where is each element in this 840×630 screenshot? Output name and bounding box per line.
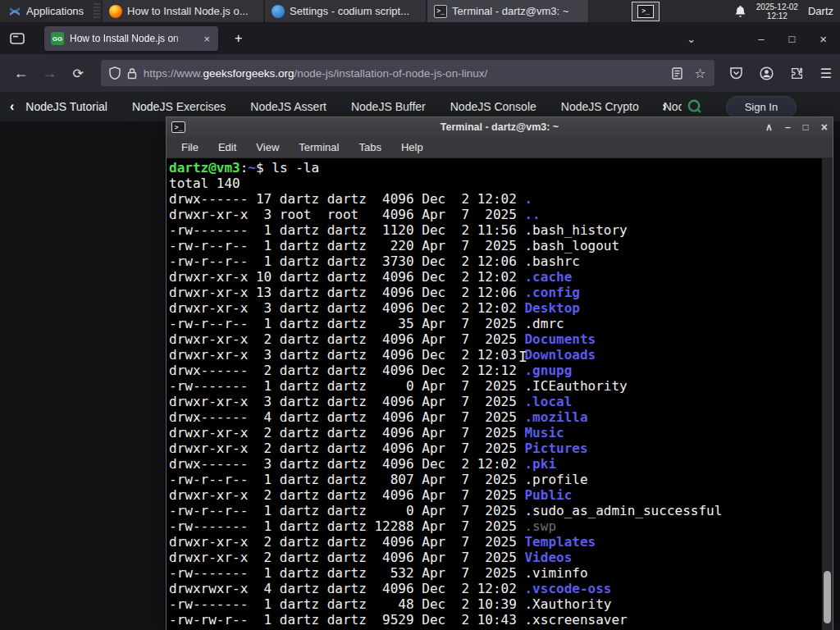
terminal-line: total 140 [169, 176, 833, 191]
pocket-icon[interactable] [729, 66, 743, 80]
terminal-line: -rw-r--r-- 1 dartz dartz 220 Apr 7 2025 … [169, 238, 833, 253]
menu-view[interactable]: View [248, 139, 287, 156]
minimize-button[interactable]: – [758, 33, 764, 45]
terminal-line: drwx------ 4 dartz dartz 4096 Apr 7 2025… [169, 409, 833, 425]
menu-tabs[interactable]: Tabs [350, 139, 389, 156]
terminal-minimize-button[interactable]: – [785, 122, 791, 132]
close-button[interactable]: × [819, 32, 827, 46]
url-domain: geeksforgeeks.org [203, 67, 294, 80]
nav-item-nodejs-exercises[interactable]: NodeJS Exercises [132, 100, 226, 113]
file-name: .ICEauthority [524, 378, 627, 394]
lock-icon[interactable] [127, 67, 137, 80]
file-name: .xscreensaver [524, 612, 627, 628]
terminal-line: drwxr-xr-x 3 dartz dartz 4096 Dec 2 12:0… [169, 347, 833, 363]
notification-bell-icon[interactable] [734, 5, 746, 18]
terminal-titlebar[interactable]: >_ Terminal - dartz@vm3: ~ ∧ – □ × [167, 117, 833, 137]
terminal-line: -rw------- 1 dartz dartz 1120 Dec 2 11:5… [169, 222, 833, 238]
maximize-button[interactable]: □ [788, 33, 795, 45]
terminal-line: -rw-r--r-- 1 dartz dartz 3730 Dec 2 12:0… [169, 253, 833, 269]
terminal-close-button[interactable]: × [821, 121, 828, 133]
panel-clock[interactable]: 2025-12-02 12:12 [756, 2, 798, 21]
shade-button[interactable]: ∧ [765, 122, 773, 132]
file-name: Downloads [524, 347, 596, 363]
applications-menu-button[interactable]: Applications [0, 0, 92, 22]
menu-terminal[interactable]: Terminal [290, 139, 347, 156]
window-button-label: Settings - codium script... [290, 5, 409, 17]
file-name: .swp [524, 518, 556, 534]
terminal-screen[interactable]: dartz@vm3:~$ ls -latotal 140drwx------ 1… [167, 158, 833, 630]
tab-close-icon[interactable]: × [202, 33, 212, 45]
tracking-protection-shield-icon[interactable] [109, 66, 121, 80]
window-button-codium[interactable]: Settings - codium script... [264, 0, 427, 22]
extensions-puzzle-icon[interactable] [790, 66, 804, 80]
menu-file[interactable]: File [173, 139, 207, 156]
geeksforgeeks-favicon: GG [51, 32, 64, 45]
reader-mode-icon[interactable] [672, 67, 682, 80]
nav-item-nodejs-tutorial[interactable]: NodeJS Tutorial [25, 100, 107, 113]
file-name: Public [524, 487, 572, 503]
nav-item-nodejs-console[interactable]: NodeJS Console [450, 100, 536, 113]
file-name: Documents [524, 331, 596, 347]
window-button-firefox[interactable]: How to Install Node.js o... [102, 0, 264, 22]
terminal-scrollbar[interactable] [822, 158, 833, 630]
terminal-line: dartz@vm3:~$ ls -la [169, 160, 833, 176]
tray-terminal-indicator[interactable]: >_ [632, 2, 660, 21]
file-name: .bash_history [524, 222, 627, 238]
terminal-window-icon: >_ [171, 121, 185, 133]
scrollbar-thumb[interactable] [824, 571, 831, 623]
applications-icon [8, 5, 21, 18]
url-scheme: https://www. [144, 67, 203, 80]
url-text[interactable]: https://www.geeksforgeeks.org/node-js/in… [144, 67, 666, 80]
terminal-line: drwxrwxr-x 4 dartz dartz 4096 Dec 2 12:0… [169, 581, 833, 596]
account-icon[interactable] [760, 66, 774, 80]
terminal-line: drwxr-xr-x 3 root root 4096 Apr 7 2025 .… [169, 207, 833, 222]
window-button-list: How to Install Node.js o...Settings - co… [102, 0, 589, 22]
list-all-tabs-icon[interactable]: ⌄ [687, 33, 696, 45]
nav-item-nodejs-buffer[interactable]: NodeJS Buffer [351, 100, 426, 113]
terminal-line: drwxr-xr-x 13 dartz dartz 4096 Dec 2 12:… [169, 285, 833, 300]
terminal-output: dartz@vm3:~$ ls -latotal 140drwx------ 1… [167, 158, 833, 628]
terminal-line: drwxr-xr-x 2 dartz dartz 4096 Apr 7 2025… [169, 331, 833, 347]
firefox-view-button[interactable] [5, 28, 30, 49]
file-name: .config [524, 285, 579, 300]
terminal-line: drwxr-xr-x 2 dartz dartz 4096 Apr 7 2025… [169, 441, 833, 456]
menu-help[interactable]: Help [393, 139, 431, 156]
sign-in-button[interactable]: Sign In [726, 96, 797, 118]
terminal-line: -rw------- 1 dartz dartz 0 Apr 7 2025 .I… [169, 378, 833, 394]
file-name: Pictures [524, 441, 587, 456]
terminal-line: drwxr-xr-x 2 dartz dartz 4096 Apr 7 2025… [169, 534, 833, 550]
nav-item-list: NodeJS TutorialNodeJS ExercisesNodeJS As… [25, 100, 682, 113]
url-path: /node-js/installation-of-node-js-on-linu… [294, 67, 488, 80]
codium-icon [272, 5, 285, 18]
nav-item-nodejs-crypto[interactable]: NodeJS Crypto [561, 100, 639, 113]
window-button-terminal[interactable]: >_Terminal - dartz@vm3: ~ [427, 0, 589, 22]
panel-status-area: 2025-12-02 12:12 Dartz [734, 0, 840, 22]
tab-how-to-install-nodejs[interactable]: GG How to Install Node.js on × [44, 26, 218, 51]
file-name: .dmrc [524, 316, 564, 331]
search-icon[interactable] [687, 98, 703, 115]
url-bar[interactable]: https://www.geeksforgeeks.org/node-js/in… [101, 60, 714, 86]
nav-scroll-right-icon[interactable]: › [662, 99, 666, 114]
terminal-line: -rw------- 1 dartz dartz 48 Dec 2 10:39 … [169, 596, 833, 612]
new-tab-button[interactable]: + [226, 30, 250, 48]
terminal-line: drwxr-xr-x 2 dartz dartz 4096 Apr 7 2025… [169, 425, 833, 441]
terminal-maximize-button[interactable]: □ [803, 122, 809, 132]
terminal-line: drwxr-xr-x 3 dartz dartz 4096 Dec 2 12:0… [169, 300, 833, 316]
back-button[interactable]: ← [8, 60, 34, 86]
clock-time: 12:12 [756, 11, 798, 21]
reload-button[interactable]: ⟳ [66, 60, 91, 86]
firefox-view-icon [10, 33, 25, 44]
terminal-line: -rw------- 1 dartz dartz 12288 Apr 7 202… [169, 518, 833, 534]
clock-date: 2025-12-02 [756, 2, 798, 11]
terminal-icon: >_ [434, 5, 447, 18]
forward-button[interactable]: → [37, 60, 62, 86]
panel-handle[interactable] [94, 3, 100, 19]
nav-item-nodejs-assert[interactable]: NodeJS Assert [250, 100, 326, 113]
firefox-icon [109, 5, 122, 18]
file-name: .local [524, 394, 572, 409]
menu-hamburger-icon[interactable]: ☰ [820, 66, 832, 81]
nav-scroll-left-icon[interactable]: ‹ [10, 99, 14, 114]
terminal-line: -rw------- 1 dartz dartz 532 Apr 7 2025 … [169, 565, 833, 581]
bookmark-star-icon[interactable]: ☆ [694, 66, 705, 81]
menu-edit[interactable]: Edit [210, 139, 244, 156]
